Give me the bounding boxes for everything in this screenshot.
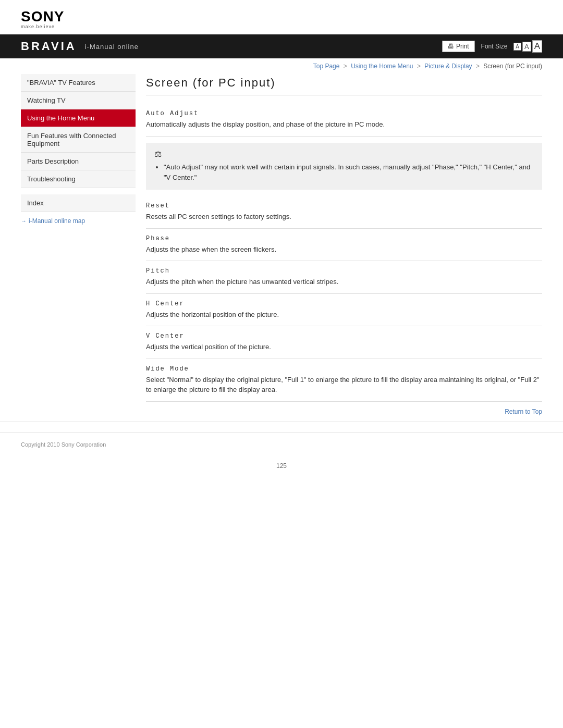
section-wide-mode: Wide Mode Select "Normal" to display the… (146, 359, 542, 402)
note-list: "Auto Adjust" may not work well with cer… (154, 162, 534, 184)
font-small-button[interactable]: A (513, 43, 521, 51)
return-to-top: Return to Top (146, 402, 542, 422)
section-auto-adjust-desc: Automatically adjusts the display positi… (146, 119, 542, 130)
section-pitch-title: Pitch (146, 267, 542, 275)
section-h-center: H Center Adjusts the horizontal position… (146, 294, 542, 327)
page-title: Screen (for PC input) (146, 76, 542, 95)
nav-bar: BRAVIA i-Manual online 🖶 Print Font Size… (0, 34, 563, 58)
section-h-center-desc: Adjusts the horizontal position of the p… (146, 310, 542, 320)
sony-logo-text: SONY (21, 9, 542, 24)
sidebar-item-index[interactable]: Index (21, 194, 136, 212)
imanual-map-link[interactable]: → i-Manual online map (21, 212, 136, 225)
footer: Copyright 2010 Sony Corporation (0, 433, 563, 456)
map-link-label: i-Manual online map (29, 217, 85, 225)
section-wide-mode-title: Wide Mode (146, 365, 542, 373)
font-size-label: Font Size (481, 43, 508, 50)
section-phase: Phase Adjusts the phase when the screen … (146, 229, 542, 262)
sony-logo: SONY make.believe (21, 9, 542, 29)
font-large-button[interactable]: A (532, 40, 542, 53)
sony-tagline: make.believe (21, 24, 542, 29)
section-v-center: V Center Adjusts the vertical position o… (146, 326, 542, 359)
page-number: 125 (0, 456, 563, 480)
arrow-icon: → (21, 218, 27, 224)
section-auto-adjust-title: Auto Adjust (146, 110, 542, 117)
note-icon: ⚖ (154, 149, 534, 159)
section-reset-title: Reset (146, 202, 542, 209)
content-area: Screen (for PC input) Auto Adjust Automa… (146, 74, 542, 422)
section-auto-adjust: Auto Adjust Automatically adjusts the di… (146, 104, 542, 137)
sidebar: "BRAVIA" TV Features Watching TV Using t… (21, 74, 136, 422)
imanual-subtitle: i-Manual online (85, 43, 139, 51)
section-v-center-title: V Center (146, 332, 542, 340)
print-button[interactable]: 🖶 Print (442, 41, 475, 52)
copyright-text: Copyright 2010 Sony Corporation (21, 441, 106, 448)
breadcrumb-current: Screen (for PC input) (483, 63, 542, 70)
main-layout: "BRAVIA" TV Features Watching TV Using t… (0, 74, 563, 422)
section-h-center-title: H Center (146, 300, 542, 307)
sidebar-item-parts-description[interactable]: Parts Description (21, 153, 136, 170)
section-pitch-desc: Adjusts the pitch when the picture has u… (146, 277, 542, 287)
footer-divider (0, 422, 563, 422)
section-v-center-desc: Adjusts the vertical position of the pic… (146, 342, 542, 352)
font-medium-button[interactable]: A (522, 42, 531, 52)
note-box: ⚖ "Auto Adjust" may not work well with c… (146, 143, 542, 190)
top-header: SONY make.believe (0, 0, 563, 34)
section-phase-title: Phase (146, 235, 542, 242)
sidebar-item-watching-tv[interactable]: Watching TV (21, 92, 136, 109)
nav-right: 🖶 Print Font Size A A A (442, 40, 542, 53)
sidebar-item-home-menu[interactable]: Using the Home Menu (21, 109, 136, 127)
section-phase-desc: Adjusts the phase when the screen flicke… (146, 244, 542, 255)
bravia-brand: BRAVIA (21, 40, 77, 53)
section-wide-mode-desc: Select "Normal" to display the original … (146, 375, 542, 395)
print-icon: 🖶 (448, 43, 454, 50)
sidebar-item-troubleshooting[interactable]: Troubleshooting (21, 170, 136, 188)
section-reset: Reset Resets all PC screen settings to f… (146, 196, 542, 229)
sidebar-spacer (21, 188, 136, 194)
breadcrumb-home-menu[interactable]: Using the Home Menu (351, 63, 413, 70)
sidebar-item-fun-features[interactable]: Fun Features with Connected Equipment (21, 127, 136, 153)
breadcrumb-picture-display[interactable]: Picture & Display (424, 63, 472, 70)
return-top-link[interactable]: Return to Top (505, 408, 542, 415)
section-pitch: Pitch Adjusts the pitch when the picture… (146, 261, 542, 294)
sidebar-item-bravia-features[interactable]: "BRAVIA" TV Features (21, 74, 136, 92)
breadcrumb-top-page[interactable]: Top Page (313, 63, 340, 70)
note-item: "Auto Adjust" may not work well with cer… (164, 162, 534, 184)
section-reset-desc: Resets all PC screen settings to factory… (146, 212, 542, 222)
font-size-controls: A A A (513, 40, 542, 53)
breadcrumb: Top Page > Using the Home Menu > Picture… (0, 58, 563, 74)
nav-brand: BRAVIA i-Manual online (21, 40, 139, 53)
